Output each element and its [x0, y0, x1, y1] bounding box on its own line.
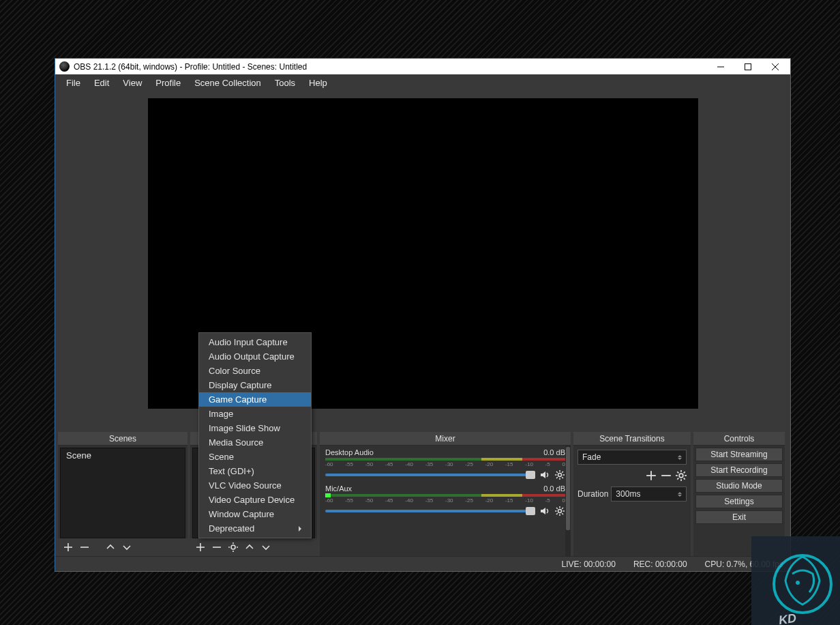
svg-line-44: [684, 478, 685, 480]
menu-help[interactable]: Help: [302, 76, 334, 90]
settings-button[interactable]: Settings: [695, 495, 783, 508]
volume-slider[interactable]: [325, 510, 535, 512]
maximize-button[interactable]: [734, 59, 762, 74]
transition-properties-button[interactable]: [676, 470, 687, 481]
start-streaming-button[interactable]: Start Streaming: [695, 448, 783, 461]
menu-scene-collection[interactable]: Scene Collection: [188, 76, 268, 90]
transition-select[interactable]: Fade: [578, 450, 687, 465]
svg-line-22: [562, 477, 563, 478]
preview-area: [55, 91, 790, 431]
ctx-window-capture[interactable]: Window Capture: [199, 507, 311, 521]
svg-point-38: [679, 474, 683, 478]
scenes-list[interactable]: Scene: [60, 448, 185, 538]
sources-toolbar: [190, 538, 317, 556]
scene-item[interactable]: Scene: [61, 448, 185, 463]
close-button[interactable]: [762, 59, 789, 74]
start-recording-button[interactable]: Start Recording: [695, 463, 783, 477]
window-controls: [707, 59, 789, 74]
remove-transition-button[interactable]: [661, 470, 672, 481]
add-scene-button[interactable]: [61, 540, 76, 555]
menu-file[interactable]: File: [59, 76, 87, 90]
ctx-deprecated-label: Deprecated: [209, 523, 254, 534]
svg-line-43: [677, 471, 678, 473]
svg-rect-1: [745, 63, 751, 70]
ctx-image[interactable]: Image: [199, 407, 311, 421]
svg-line-34: [556, 513, 558, 514]
ctx-video-capture-device[interactable]: Video Capture Device: [199, 493, 311, 507]
svg-line-31: [556, 508, 558, 509]
transition-selected: Fade: [582, 452, 601, 462]
source-properties-button[interactable]: [226, 540, 241, 555]
obs-main-window: OBS 21.1.2 (64bit, windows) - Profile: U…: [55, 58, 791, 572]
channel-name: Desktop Audio: [325, 448, 374, 456]
svg-line-32: [562, 513, 563, 514]
meter-ticks: -60-55-50-45-40-35-30-25-20-15-10-50: [325, 497, 565, 504]
svg-text:KD: KD: [778, 611, 798, 625]
mixer-panel: Mixer Desktop Audio 0.0 dB -60-55-50-45-…: [320, 432, 571, 556]
add-source-context-menu: Audio Input Capture Audio Output Capture…: [198, 332, 312, 538]
menubar: File Edit View Profile Scene Collection …: [55, 74, 790, 91]
ctx-vlc-video-source[interactable]: VLC Video Source: [199, 478, 311, 493]
status-live: LIVE: 00:00:00: [561, 559, 615, 569]
duration-input[interactable]: 300ms: [611, 486, 687, 502]
studio-mode-button[interactable]: Studio Mode: [695, 479, 783, 493]
gear-icon[interactable]: [554, 469, 565, 480]
svg-point-50: [796, 581, 800, 585]
ctx-image-slide-show[interactable]: Image Slide Show: [199, 421, 311, 435]
scenes-toolbar: [58, 538, 188, 556]
move-scene-up-button[interactable]: [103, 540, 118, 555]
ctx-color-source[interactable]: Color Source: [199, 364, 311, 378]
exit-button[interactable]: Exit: [695, 510, 783, 524]
move-scene-down-button[interactable]: [119, 540, 134, 555]
svg-point-26: [558, 510, 562, 513]
add-source-button[interactable]: [193, 540, 208, 555]
meter-ticks: -60-55-50-45-40-35-30-25-20-15-10-50: [325, 461, 565, 467]
ctx-game-capture[interactable]: Game Capture: [199, 392, 311, 407]
mixer-scrollbar[interactable]: [565, 446, 571, 556]
ctx-audio-input-capture[interactable]: Audio Input Capture: [199, 335, 311, 349]
controls-header: Controls: [693, 432, 785, 446]
move-source-down-button[interactable]: [258, 540, 273, 555]
watermark-logo: KD: [751, 536, 840, 625]
window-title: OBS 21.1.2 (64bit, windows) - Profile: U…: [74, 62, 707, 72]
ctx-media-source[interactable]: Media Source: [199, 435, 311, 450]
remove-source-button[interactable]: [209, 540, 224, 555]
ctx-audio-output-capture[interactable]: Audio Output Capture: [199, 349, 311, 364]
svg-line-24: [556, 477, 558, 478]
duration-value: 300ms: [616, 489, 640, 499]
add-transition-button[interactable]: [646, 470, 657, 481]
ctx-scene[interactable]: Scene: [199, 450, 311, 464]
channel-level: 0.0 dB: [543, 448, 565, 456]
speaker-icon[interactable]: [539, 469, 550, 480]
svg-line-23: [562, 471, 563, 473]
svg-marker-15: [541, 471, 545, 478]
minimize-button[interactable]: [707, 59, 734, 74]
submenu-arrow-icon: [299, 526, 301, 532]
scenes-header: Scenes: [58, 432, 188, 446]
menu-view[interactable]: View: [116, 76, 149, 90]
svg-line-33: [562, 508, 563, 509]
menu-profile[interactable]: Profile: [149, 76, 188, 90]
speaker-icon[interactable]: [539, 506, 550, 517]
ctx-deprecated[interactable]: Deprecated: [199, 521, 311, 536]
mixer-channel-desktop: Desktop Audio 0.0 dB -60-55-50-45-40-35-…: [325, 448, 565, 480]
scenes-panel: Scenes Scene: [58, 432, 188, 556]
gear-icon[interactable]: [554, 506, 565, 517]
volume-slider[interactable]: [325, 474, 535, 476]
bottom-panels: Scenes Scene Sources: [55, 432, 790, 556]
statusbar: LIVE: 00:00:00 REC: 00:00:00 CPU: 0.7%, …: [55, 556, 790, 571]
titlebar: OBS 21.1.2 (64bit, windows) - Profile: U…: [55, 59, 790, 74]
mixer-body: Desktop Audio 0.0 dB -60-55-50-45-40-35-…: [320, 446, 571, 556]
ctx-display-capture[interactable]: Display Capture: [199, 378, 311, 392]
remove-scene-button[interactable]: [77, 540, 92, 555]
menu-edit[interactable]: Edit: [87, 76, 116, 90]
menu-tools[interactable]: Tools: [268, 76, 302, 90]
channel-level: 0.0 dB: [543, 484, 565, 493]
obs-app-icon: [59, 61, 70, 72]
move-source-up-button[interactable]: [242, 540, 257, 555]
svg-point-16: [558, 474, 562, 477]
audio-meter: [325, 458, 565, 461]
mixer-header: Mixer: [320, 432, 571, 446]
ctx-text-gdi[interactable]: Text (GDI+): [199, 464, 311, 478]
transitions-panel: Scene Transitions Fade Duration 300ms: [573, 432, 691, 556]
